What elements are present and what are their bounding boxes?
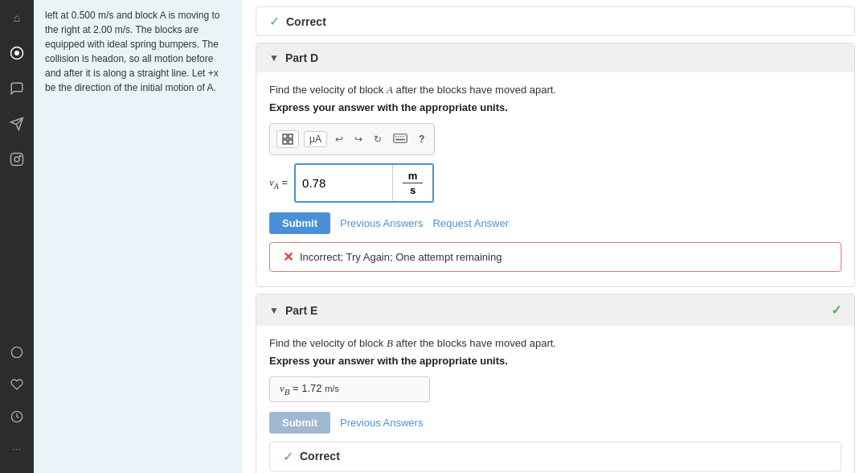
top-correct-banner: ✓ Correct [256, 6, 855, 36]
svg-rect-12 [289, 140, 293, 144]
telegram-icon[interactable] [6, 113, 28, 135]
part-e-answer-display-row: vB = 1.72 m/s [269, 376, 841, 402]
heart-icon[interactable] [6, 373, 28, 396]
part-e-label: Part E [285, 304, 317, 317]
part-d-var-label: vA = [269, 176, 288, 191]
dots-icon[interactable]: ··· [6, 438, 28, 460]
svg-rect-13 [394, 134, 407, 142]
part-d-body: Find the velocity of block A after the b… [256, 72, 854, 286]
part-e-header: ▼ Part E ✓ [256, 294, 854, 326]
part-e-section: ▼ Part E ✓ Find the velocity of block B … [256, 294, 855, 473]
mu-toolbar-button[interactable]: μA [304, 131, 327, 147]
svg-point-6 [19, 155, 21, 157]
incorrect-x-icon: ✕ [283, 249, 293, 265]
part-d-label: Part D [285, 51, 318, 64]
svg-rect-9 [283, 134, 287, 138]
part-e-action-row: Submit Previous Answers [269, 412, 841, 434]
part-d-description: Find the velocity of block A after the b… [269, 84, 841, 97]
part-d-unit-numerator: m [403, 170, 423, 183]
part-e-header-checkmark-icon: ✓ [831, 302, 841, 318]
grid-toolbar-button[interactable] [276, 130, 299, 148]
math-toolbar: μA ↩ ↪ ↻ ? [276, 130, 428, 148]
part-e-answer-display: vB = 1.72 m/s [269, 376, 430, 402]
part-e-body: Find the velocity of block B after the b… [256, 326, 854, 473]
whatsapp-icon[interactable] [6, 77, 28, 100]
part-d-request-answer-link[interactable]: Request Answer [432, 217, 509, 229]
redo-icon[interactable]: ↪ [351, 132, 366, 146]
svg-rect-10 [289, 134, 293, 138]
main-content: ✓ Correct ▼ Part D Find the velocity of … [243, 0, 868, 473]
problem-text: left at 0.500 m/s and block A is moving … [45, 8, 231, 95]
part-d-unit-denominator: s [410, 183, 416, 196]
part-d-previous-answers-link[interactable]: Previous Answers [340, 217, 423, 229]
problem-panel: left at 0.500 m/s and block A is moving … [34, 0, 243, 473]
part-d-action-row: Submit Previous Answers Request Answer [269, 212, 841, 234]
top-correct-label: Correct [286, 15, 326, 28]
correct-checkmark-icon: ✓ [269, 14, 280, 29]
refresh-icon[interactable]: ↻ [371, 132, 385, 146]
part-e-correct-banner: ✓ Correct [269, 442, 841, 471]
part-d-submit-button[interactable]: Submit [269, 212, 330, 234]
home-icon[interactable]: ⌂ [6, 6, 28, 29]
circle-bottom-icon[interactable] [6, 341, 28, 364]
part-e-submit-button[interactable]: Submit [269, 412, 330, 434]
part-d-arrow-icon[interactable]: ▼ [269, 52, 279, 64]
part-d-value-input[interactable] [296, 165, 392, 201]
part-e-correct-label: Correct [300, 450, 340, 463]
svg-rect-11 [283, 140, 287, 144]
part-e-correct-checkmark-icon: ✓ [283, 449, 293, 464]
part-d-incorrect-text: Incorrect; Try Again; One attempt remain… [300, 251, 502, 263]
part-e-arrow-icon[interactable]: ▼ [269, 305, 279, 316]
keyboard-icon[interactable] [390, 132, 411, 147]
instagram-icon[interactable] [6, 148, 28, 171]
part-e-description: Find the velocity of block B after the b… [269, 337, 841, 350]
svg-rect-4 [11, 154, 23, 166]
undo-icon[interactable]: ↩ [332, 132, 346, 146]
svg-point-5 [14, 157, 19, 162]
part-d-answer-row: vA = m s [269, 163, 841, 203]
part-d-incorrect-banner: ✕ Incorrect; Try Again; One attempt rema… [269, 242, 841, 272]
part-e-previous-answers-link[interactable]: Previous Answers [340, 417, 423, 429]
part-d-unit-display: m s [392, 165, 432, 201]
part-d-input-container: m s [294, 163, 434, 203]
part-d-instruction: Express your answer with the appropriate… [269, 101, 841, 113]
part-d-header: ▼ Part D [256, 43, 854, 72]
messages-icon[interactable] [6, 42, 28, 64]
part-d-section: ▼ Part D Find the velocity of block A af… [256, 43, 855, 287]
svg-point-7 [11, 347, 22, 357]
clock-icon[interactable] [6, 405, 28, 428]
svg-point-1 [14, 51, 19, 56]
help-icon[interactable]: ? [416, 132, 428, 146]
sidebar: ⌂ ··· [0, 0, 34, 473]
part-e-instruction: Express your answer with the appropriate… [269, 355, 841, 367]
